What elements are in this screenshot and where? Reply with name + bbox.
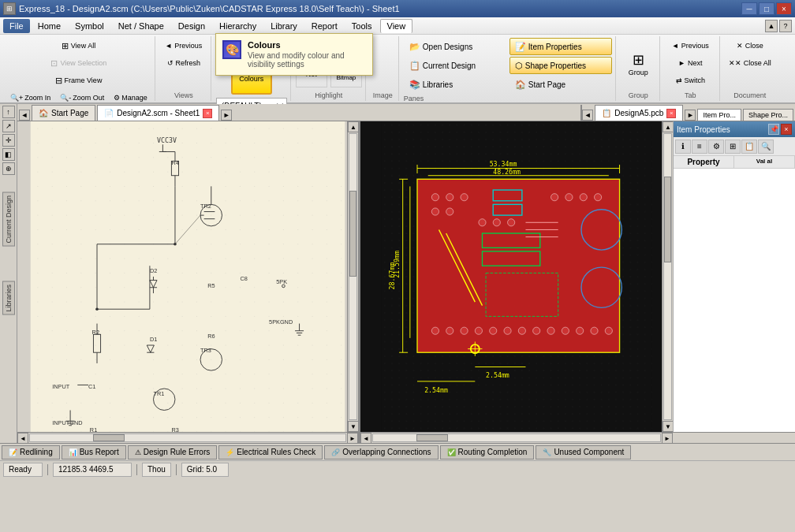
schematic-scroll-thumb[interactable] (349, 191, 356, 277)
panel-tool-5[interactable]: 📋 (741, 140, 757, 154)
menu-hierarchy[interactable]: Hierarchy (213, 19, 263, 33)
left-tool-3[interactable]: ✛ (2, 134, 15, 147)
pcb-scroll-up[interactable]: ▲ (662, 121, 673, 132)
pcb-scroll-right[interactable]: ► (662, 433, 673, 444)
shape-properties-panel-tab[interactable]: Shape Pro... (743, 109, 793, 121)
start-page-button[interactable]: 🏠 Start Page (509, 76, 612, 93)
view-all-button[interactable]: ⊞ View All (47, 38, 110, 54)
left-tool-2[interactable]: ↗ (2, 120, 15, 132)
schematic-scroll-down[interactable]: ▼ (348, 421, 359, 432)
minimize-button[interactable]: ─ (741, 2, 757, 15)
pcb-scroll-down[interactable]: ▼ (662, 421, 673, 432)
electrical-rules-tab[interactable]: ⚡ Electrical Rules Check (218, 445, 323, 459)
pcb-hscroll-thumb[interactable] (416, 434, 448, 441)
menu-file[interactable]: File (3, 19, 30, 33)
manage-button[interactable]: ⚙ Manage (110, 90, 151, 106)
close-all-button[interactable]: ✕✕ Close All (725, 55, 775, 71)
shape-properties-button[interactable]: ⬡ Shape Properties (509, 57, 612, 74)
highlight-group-label: Highlight (315, 90, 342, 99)
app-icon[interactable]: ⊞ (3, 2, 16, 15)
panel-tool-6[interactable]: 🔍 (758, 140, 774, 154)
menu-library[interactable]: Library (264, 19, 304, 33)
zoom-in-button[interactable]: 🔍+ Zoom In (6, 90, 54, 106)
schematic-scroll-right[interactable]: ► (347, 433, 358, 444)
libraries-button[interactable]: 📚 Libraries (404, 76, 506, 93)
design-a5-tab[interactable]: 📋 DesignA5.pcb × (595, 105, 683, 121)
design-a2-tab-close[interactable]: × (203, 109, 212, 118)
redlining-tab[interactable]: 📝 Redlining (2, 445, 60, 459)
ribbon-minimize-icon[interactable]: ▲ (765, 20, 778, 32)
close-document-icon: ✕ (737, 42, 743, 50)
svg-text:VCC3V: VCC3V (157, 136, 177, 144)
design-a2-tab[interactable]: 📄 DesignA2.scm - Sheet1 × (97, 105, 219, 121)
zoom-out-button[interactable]: 🔍- Zoom Out (56, 90, 108, 106)
status-sep-3 (176, 464, 177, 475)
canvas-container: ◄ 🏠 Start Page 📄 DesignA2.scm - Sheet1 ×… (17, 104, 795, 443)
schematic-scroll-track[interactable] (349, 133, 357, 420)
panel-tool-1[interactable]: ℹ (675, 140, 691, 154)
design-a5-tab-close[interactable]: × (666, 109, 676, 118)
tab-nav-left-2[interactable]: ◄ (582, 110, 593, 121)
previous-views-button[interactable]: ◄ Previous (160, 38, 207, 54)
menu-view[interactable]: View (380, 19, 413, 33)
item-properties-button[interactable]: 📝 Item Properties (509, 38, 612, 55)
restore-button[interactable]: □ (759, 2, 774, 15)
ribbon-options-icon[interactable]: ? (779, 20, 792, 32)
coordinates-status: 12185.3 4469.5 (53, 463, 132, 477)
schematic-hscroll-track[interactable] (29, 433, 346, 442)
panel-tool-2[interactable]: ≡ (692, 140, 707, 154)
pcb-scroll-thumb[interactable] (664, 177, 671, 262)
left-tool-5[interactable]: ⊕ (2, 162, 15, 175)
item-properties-panel-tab[interactable]: Item Pro... (697, 109, 741, 121)
unused-component-tab[interactable]: 🔧 Unused Component (536, 445, 631, 459)
tab-nav-right-2[interactable]: ► (685, 110, 696, 121)
libraries-sidebar-label[interactable]: Libraries (2, 281, 15, 315)
menu-symbol[interactable]: Symbol (69, 19, 110, 33)
svg-point-93 (518, 327, 525, 334)
pcb-hscroll-track[interactable] (372, 433, 661, 442)
tab-nav-right-1[interactable]: ► (221, 110, 232, 121)
menu-home[interactable]: Home (32, 19, 67, 33)
current-design-sidebar-label[interactable]: Current Design (2, 192, 15, 247)
start-page-tab[interactable]: 🏠 Start Page (32, 105, 95, 121)
menu-tools[interactable]: Tools (345, 19, 379, 33)
left-tool-4[interactable]: ◧ (2, 148, 15, 161)
bus-report-tab[interactable]: 📊 Bus Report (62, 445, 126, 459)
pcb-scroll-left[interactable]: ◄ (360, 433, 371, 444)
refresh-button[interactable]: ↺ Refresh (160, 55, 207, 71)
view-selection-button[interactable]: ⊡ View Selection (47, 55, 110, 71)
overlapping-connections-tab[interactable]: 🔗 Overlapping Connections (324, 445, 438, 459)
tab-switch-button[interactable]: ⇄ Switch (665, 73, 716, 88)
view-selection-label: View Selection (60, 59, 106, 67)
design-rule-errors-tab[interactable]: ⚠ Design Rule Errors (128, 445, 217, 459)
close-button[interactable]: × (776, 2, 792, 15)
panel-tool-4[interactable]: ⊞ (725, 140, 741, 154)
pcb-canvas[interactable]: 53.34mm 48.26mm 28.67mm 21.59mm (360, 121, 673, 432)
pcb-scroll-track[interactable] (663, 133, 672, 420)
schematic-scroll-left[interactable]: ◄ (17, 433, 28, 444)
tab-nav-left-1[interactable]: ◄ (19, 110, 30, 121)
group-button[interactable]: ⊞ Group (621, 40, 656, 87)
zoom-in-label: Zoom In (24, 94, 50, 102)
open-designs-button[interactable]: 📂 Open Designs (404, 38, 506, 55)
panel-tool-3[interactable]: ⚙ (708, 140, 724, 154)
frame-view-button[interactable]: ⊟ Frame View (47, 73, 110, 88)
panel-close-button[interactable]: × (781, 124, 792, 135)
menu-net-shape[interactable]: Net / Shape (112, 19, 170, 33)
menu-report[interactable]: Report (305, 19, 344, 33)
panel-pin-button[interactable]: 📌 (768, 124, 779, 135)
schematic-scroll-up[interactable]: ▲ (348, 121, 359, 132)
schematic-hscroll-thumb[interactable] (93, 434, 125, 441)
tab-previous-button[interactable]: ◄ Previous (665, 38, 716, 54)
status-sep-2 (136, 464, 137, 475)
svg-point-84 (565, 194, 573, 201)
tab-next-button[interactable]: ► Next (665, 55, 716, 71)
current-design-button[interactable]: 📋 Current Design (404, 57, 506, 74)
close-document-button[interactable]: ✕ Close (725, 38, 775, 54)
menu-design[interactable]: Design (172, 19, 211, 33)
left-tool-1[interactable]: ↑ (2, 106, 15, 118)
schematic-canvas[interactable]: VCC3V R4 TR2 (17, 121, 360, 432)
view-all-icon: ⊞ (62, 41, 69, 51)
title-text: Express_18 - DesignA2.scm (C:\Users\Publ… (19, 4, 400, 13)
routing-completion-tab[interactable]: ✅ Routing Completion (440, 445, 535, 459)
